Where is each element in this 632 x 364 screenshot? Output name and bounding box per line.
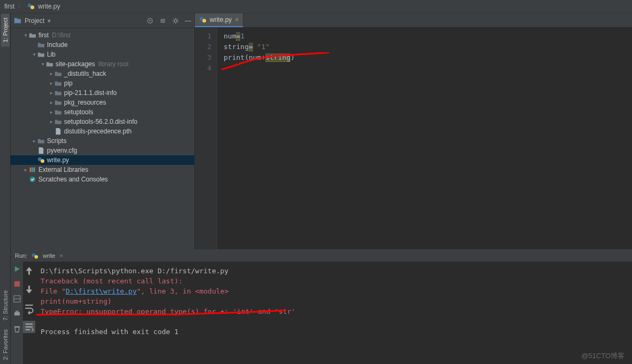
node-path: D:\first	[52, 31, 70, 39]
node-path: library root	[98, 60, 129, 68]
tree-node[interactable]: ▸pip	[11, 78, 194, 88]
expander-icon[interactable]: ▸	[31, 138, 37, 144]
tree-node[interactable]: ▸External Libraries	[11, 165, 194, 175]
expander-icon[interactable]: ▸	[48, 70, 54, 77]
gear-icon[interactable]	[172, 17, 179, 25]
collapse-all-icon[interactable]	[159, 17, 167, 25]
svg-point-6	[174, 19, 177, 22]
svg-point-5	[149, 20, 151, 21]
expander-icon[interactable]	[22, 176, 29, 183]
expander-icon[interactable]: ▸	[48, 118, 54, 125]
file-link[interactable]: D:\first\write.py	[66, 287, 137, 295]
run-label: Run:	[15, 252, 27, 259]
tree-node[interactable]: ▸pkg_resources	[11, 98, 194, 107]
console-output[interactable]: D:\first\Scripts\python.exe D:/first/wri…	[35, 262, 632, 364]
editor-area: write.py × 1 2 3 4 num=1 string= "1" pri…	[195, 13, 632, 249]
print-icon[interactable]	[13, 310, 21, 318]
node-label: External Libraries	[38, 166, 88, 173]
up-icon[interactable]	[23, 265, 35, 277]
python-file-icon	[199, 16, 207, 23]
run-toolbar-secondary	[23, 262, 35, 364]
expander-icon[interactable]: ▸	[48, 80, 54, 86]
line-number: 4	[195, 63, 217, 74]
console-line	[41, 316, 627, 327]
tree-node[interactable]: pyvenv.cfg	[11, 146, 194, 155]
expander-icon[interactable]	[31, 147, 37, 154]
svg-point-14	[202, 19, 206, 22]
breadcrumb-file[interactable]: write.py	[38, 3, 60, 10]
down-icon[interactable]	[23, 283, 35, 296]
node-label: Lib	[47, 51, 56, 58]
project-header: Project ▾ —	[11, 13, 194, 28]
editor-tab-write[interactable]: write.py ×	[195, 13, 243, 27]
expander-icon[interactable]: ▾	[22, 32, 29, 38]
locate-icon[interactable]	[146, 17, 154, 25]
tree-node[interactable]: write.py	[11, 155, 194, 165]
expander-icon[interactable]	[48, 128, 54, 134]
expander-icon[interactable]: ▾	[40, 61, 46, 67]
svg-rect-10	[31, 168, 33, 172]
tree-node[interactable]: ▾site-packageslibrary root	[11, 59, 194, 69]
editor-body[interactable]: 1 2 3 4 num=1 string= "1" print(num+stri…	[195, 28, 632, 249]
node-label: first	[38, 31, 49, 39]
layout-icon[interactable]	[13, 295, 21, 303]
editor-tab-label: write.py	[210, 16, 232, 23]
wrap-icon[interactable]	[23, 302, 35, 314]
console-line: D:\first\Scripts\python.exe D:/first/wri…	[41, 266, 627, 276]
breadcrumb-root[interactable]: first	[4, 3, 14, 10]
tree-node[interactable]: Include	[11, 40, 194, 50]
expander-icon[interactable]: ▸	[48, 90, 54, 96]
code-area[interactable]: num=1 string= "1" print(num+string)	[217, 28, 632, 249]
run-tool-window: Run: write × D:\first\Scripts\python.exe…	[11, 249, 632, 364]
tree-node[interactable]: ▸pip-21.1.1.dist-info	[11, 88, 194, 98]
expander-icon[interactable]: ▾	[31, 51, 37, 58]
expander-icon[interactable]	[31, 42, 37, 48]
svg-point-1	[30, 5, 34, 9]
close-icon[interactable]: ×	[59, 252, 62, 259]
tab-project[interactable]: 1: Project	[1, 13, 10, 46]
node-label: site-packages	[56, 60, 95, 68]
run-toolbar-primary	[11, 262, 23, 364]
svg-rect-11	[34, 168, 35, 172]
gutter: 1 2 3 4	[195, 28, 217, 249]
tab-favorites[interactable]: 2: Favorites	[1, 325, 10, 364]
project-title[interactable]: Project	[25, 17, 44, 25]
line-number: 1	[195, 31, 217, 42]
tree-node[interactable]: distutils-precedence.pth	[11, 126, 194, 136]
tree-node[interactable]: ▸_distutils_hack	[11, 69, 194, 78]
expander-icon[interactable]: ▸	[22, 167, 29, 173]
python-file-icon	[27, 3, 35, 10]
svg-rect-22	[28, 271, 30, 275]
node-label: pyvenv.cfg	[47, 147, 77, 154]
node-label: pkg_resources	[64, 99, 106, 106]
python-file-icon	[31, 252, 38, 259]
tree-node[interactable]: ▸setuptools	[11, 107, 194, 117]
console-line: File "D:\first\write.py", line 3, in <mo…	[41, 286, 627, 296]
dropdown-icon[interactable]: ▾	[48, 17, 51, 25]
expander-icon[interactable]: ▸	[48, 99, 54, 106]
tree-node[interactable]: ▸Scripts	[11, 136, 194, 146]
project-tree[interactable]: ▾firstD:\firstInclude▾Lib▾site-packagesl…	[11, 28, 194, 249]
run-config-name[interactable]: write	[43, 252, 55, 259]
expander-icon[interactable]	[31, 157, 37, 163]
node-label: pip-21.1.1.dist-info	[64, 89, 117, 97]
rerun-icon[interactable]	[13, 265, 21, 273]
tree-node[interactable]: ▾firstD:\first	[11, 30, 194, 40]
tree-node[interactable]: Scratches and Consoles	[11, 175, 194, 184]
scroll-to-end-icon[interactable]	[23, 321, 35, 333]
console-line: Process finished with exit code 1	[41, 327, 627, 337]
tree-node[interactable]: ▸setuptools-56.2.0.dist-info	[11, 117, 194, 126]
node-label: Scripts	[47, 137, 67, 145]
svg-rect-23	[28, 286, 30, 289]
node-label: pip	[64, 80, 73, 87]
close-tab-icon[interactable]: ×	[235, 16, 239, 23]
node-label: write.py	[47, 156, 69, 164]
console-line: Traceback (most recent call last):	[41, 276, 627, 286]
hide-icon[interactable]: —	[185, 17, 191, 25]
trash-icon[interactable]	[13, 325, 21, 333]
node-label: setuptools	[64, 108, 93, 116]
expander-icon[interactable]: ▸	[48, 109, 54, 115]
stop-icon[interactable]	[13, 280, 21, 288]
tab-structure[interactable]: 7: Structure	[1, 286, 10, 325]
tree-node[interactable]: ▾Lib	[11, 50, 194, 59]
